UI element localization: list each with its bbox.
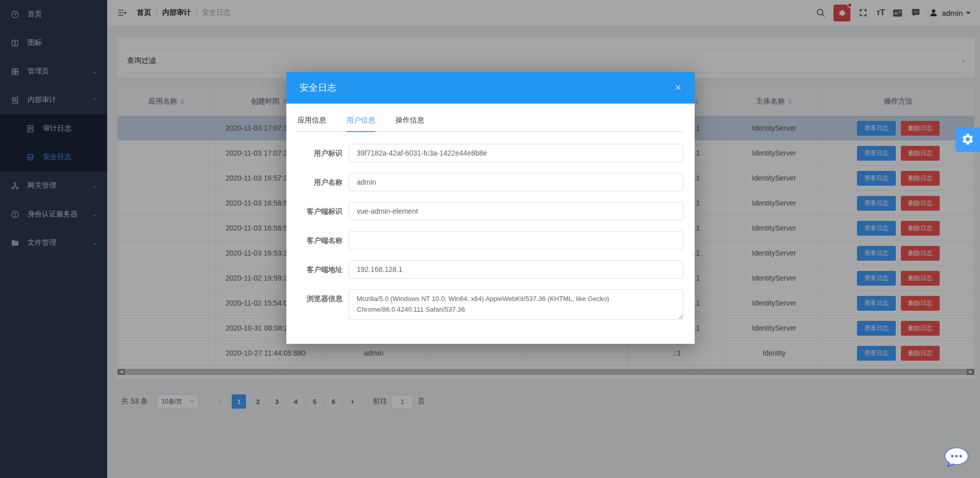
- form-row-client-id: 客户端标识: [298, 202, 683, 220]
- form-row-browser-info: 浏览器信息 Mozilla/5.0 (Windows NT 10.0; Win6…: [298, 289, 683, 320]
- client-id-input[interactable]: [349, 202, 683, 220]
- tab-operation-info[interactable]: 操作信息: [396, 116, 424, 131]
- field-label: 客户端标识: [298, 202, 349, 220]
- form-row-client-address: 客户端地址: [298, 260, 683, 279]
- dialog-header: 安全日志 ×: [286, 72, 695, 104]
- client-address-input[interactable]: [349, 260, 683, 279]
- gear-icon: [961, 133, 974, 147]
- dialog-tabs: 应用信息 用户信息 操作信息: [298, 116, 683, 132]
- user-name-input[interactable]: [349, 173, 683, 191]
- tab-user-info[interactable]: 用户信息: [347, 116, 375, 131]
- field-label: 用户名称: [298, 173, 349, 191]
- dialog-title: 安全日志: [300, 82, 336, 94]
- form-row-user-name: 用户名称: [298, 173, 683, 191]
- form-row-client-name: 客户端名称: [298, 231, 683, 249]
- chat-bubble-icon: [942, 463, 971, 471]
- theme-settings-button[interactable]: [955, 128, 980, 152]
- security-log-dialog: 安全日志 × 应用信息 用户信息 操作信息 用户标识 用户名称 客户端标识 客户…: [286, 72, 695, 344]
- tab-app-info[interactable]: 应用信息: [298, 116, 326, 131]
- close-icon[interactable]: ×: [675, 82, 681, 93]
- field-label: 客户端名称: [298, 231, 349, 249]
- user-id-input[interactable]: [349, 144, 683, 162]
- dialog-body: 应用信息 用户信息 操作信息 用户标识 用户名称 客户端标识 客户端名称 客户端…: [286, 104, 695, 320]
- field-label: 用户标识: [298, 144, 349, 162]
- client-name-input[interactable]: [349, 231, 683, 249]
- chat-widget-button[interactable]: [942, 446, 971, 471]
- field-label: 客户端地址: [298, 260, 349, 279]
- browser-info-textarea[interactable]: Mozilla/5.0 (Windows NT 10.0; Win64; x64…: [349, 289, 683, 320]
- field-label: 浏览器信息: [298, 289, 349, 308]
- form-row-user-id: 用户标识: [298, 144, 683, 162]
